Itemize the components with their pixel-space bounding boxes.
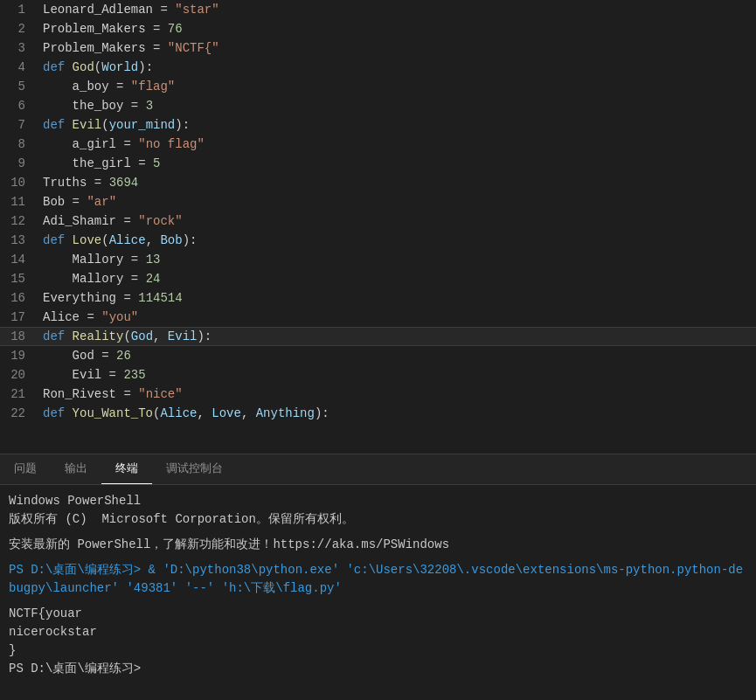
- token: 24: [146, 272, 161, 286]
- token: Mallory: [43, 253, 123, 267]
- token: =: [116, 291, 138, 305]
- line-number-16: 16: [0, 288, 39, 308]
- token: God: [43, 349, 94, 363]
- terminal-empty-line: [9, 598, 747, 605]
- token: 26: [116, 349, 131, 363]
- token: Alice: [160, 406, 197, 420]
- terminal-line-5: PS D:\桌面\编程练习> & 'D:\python38\python.exe…: [9, 561, 747, 598]
- token: =: [123, 253, 145, 267]
- tab-输出[interactable]: 输出: [51, 454, 101, 484]
- token: ,: [241, 406, 256, 420]
- tab-调试控制台[interactable]: 调试控制台: [152, 454, 237, 484]
- line-number-9: 9: [0, 154, 39, 173]
- token: (: [123, 329, 130, 343]
- line-content-3: Problem_Makers = "NCTF{": [39, 38, 756, 58]
- token: Truths: [43, 176, 87, 190]
- code-line-11: 11Bob = "ar": [0, 192, 756, 211]
- token: =: [87, 176, 108, 190]
- token: 13: [146, 253, 161, 267]
- token: ,: [197, 406, 212, 420]
- token: Bob: [43, 195, 65, 209]
- token: =: [116, 387, 138, 401]
- line-content-9: the_girl = 5: [39, 154, 756, 173]
- code-line-6: 6 the_boy = 3: [0, 96, 756, 115]
- code-line-2: 2Problem_Makers = 76: [0, 19, 756, 38]
- token: Love: [73, 233, 102, 247]
- token: 76: [168, 22, 183, 36]
- token: the_girl: [43, 156, 131, 170]
- line-content-13: def Love(Alice, Bob):: [39, 231, 756, 250]
- code-line-8: 8 a_girl = "no flag": [0, 135, 756, 154]
- terminal-empty-line: [9, 529, 747, 536]
- token: Everything: [43, 291, 116, 305]
- token: "no flag": [138, 137, 205, 151]
- line-number-22: 22: [0, 404, 39, 423]
- line-content-6: the_boy = 3: [39, 96, 756, 115]
- token: Mallory: [43, 272, 123, 286]
- line-number-12: 12: [0, 211, 39, 231]
- terminal-line-8: nicerockstar: [9, 623, 747, 641]
- token: (: [101, 118, 108, 132]
- token: =: [146, 22, 168, 36]
- tab-终端[interactable]: 终端: [101, 454, 152, 484]
- token: "star": [175, 3, 218, 17]
- line-content-18: def Reality(God, Evil):: [39, 327, 756, 346]
- token: Alice: [43, 310, 80, 324]
- panel-tabs-bar: 问题输出终端调试控制台: [0, 454, 756, 485]
- code-line-10: 10Truths = 3694: [0, 173, 756, 192]
- token: =: [80, 310, 101, 324]
- token: =: [123, 272, 145, 286]
- token: "flag": [131, 80, 175, 94]
- line-number-4: 4: [0, 58, 39, 77]
- token: Bob: [160, 233, 182, 247]
- token: Reality: [73, 329, 124, 343]
- terminal-line-10: PS D:\桌面\编程练习>: [9, 660, 747, 678]
- token: ):: [197, 329, 212, 343]
- line-content-21: Ron_Rivest = "nice": [39, 385, 756, 404]
- code-line-16: 16Everything = 114514: [0, 288, 756, 308]
- token: =: [116, 214, 138, 228]
- token: "rock": [138, 214, 182, 228]
- token: "ar": [87, 195, 116, 209]
- code-line-17: 17Alice = "you": [0, 308, 756, 327]
- terminal-area: Windows PowerShell版权所有 (C) Microsoft Cor…: [0, 485, 756, 700]
- token: Adi_Shamir: [43, 214, 116, 228]
- line-content-5: a_boy = "flag": [39, 77, 756, 96]
- token: a_boy: [43, 80, 109, 94]
- token: Leonard_Adleman: [43, 3, 153, 17]
- token: (: [101, 233, 108, 247]
- token: 5: [153, 156, 160, 170]
- line-content-12: Adi_Shamir = "rock": [39, 211, 756, 231]
- token: ):: [315, 406, 329, 420]
- code-line-13: 13def Love(Alice, Bob):: [0, 231, 756, 250]
- token: Love: [212, 406, 241, 420]
- line-content-10: Truths = 3694: [39, 173, 756, 192]
- line-number-14: 14: [0, 250, 39, 269]
- token: =: [153, 3, 175, 17]
- token: a_girl: [43, 137, 116, 151]
- token: You_Want_To: [73, 406, 153, 420]
- line-number-10: 10: [0, 173, 39, 192]
- code-line-18: 18def Reality(God, Evil):: [0, 327, 756, 346]
- token: ,: [146, 233, 161, 247]
- token: Ron_Rivest: [43, 387, 116, 401]
- code-line-7: 7def Evil(your_mind):: [0, 115, 756, 135]
- code-line-4: 4def God(World):: [0, 58, 756, 77]
- token: your_mind: [109, 118, 176, 132]
- code-line-15: 15 Mallory = 24: [0, 269, 756, 288]
- token: 3: [146, 99, 153, 113]
- token: Anything: [256, 406, 315, 420]
- tab-问题[interactable]: 问题: [0, 454, 51, 484]
- token: ):: [175, 118, 190, 132]
- line-content-11: Bob = "ar": [39, 192, 756, 211]
- terminal-line-0: Windows PowerShell: [9, 492, 747, 510]
- token: Problem_Makers: [43, 22, 146, 36]
- terminal-empty-line: [9, 554, 747, 561]
- token: Alice: [109, 233, 146, 247]
- terminal-line-9: }: [9, 641, 747, 660]
- token: =: [116, 137, 138, 151]
- line-number-21: 21: [0, 385, 39, 404]
- code-line-21: 21Ron_Rivest = "nice": [0, 385, 756, 404]
- line-number-18: 18: [0, 327, 39, 346]
- line-content-8: a_girl = "no flag": [39, 135, 756, 154]
